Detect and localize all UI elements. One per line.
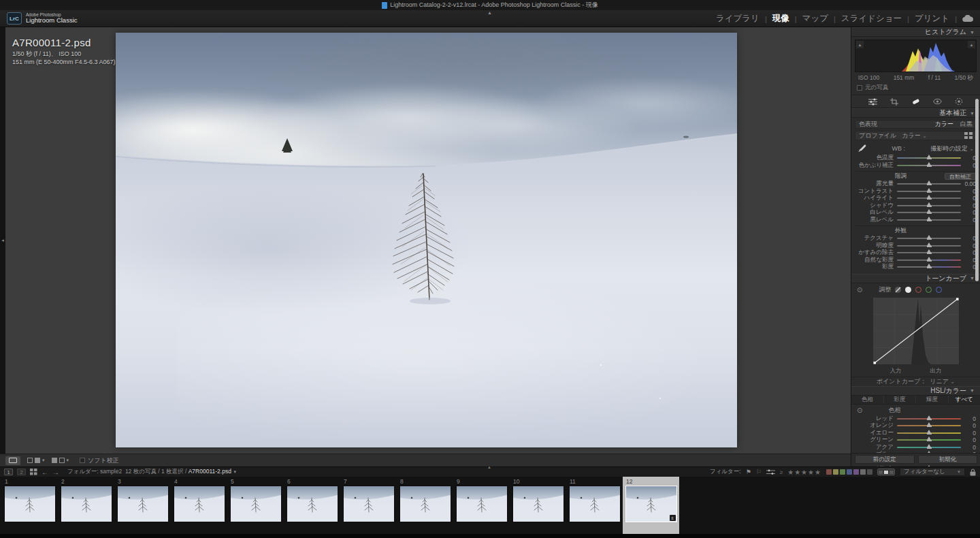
slider-track[interactable] [897,205,961,206]
hsl-tab-すべて[interactable]: すべて [949,396,980,404]
slider-track[interactable] [897,245,961,247]
color-label-chip[interactable] [826,469,832,475]
filmstrip-thumbnail-1[interactable]: 1 [1,477,58,534]
slider-track[interactable] [897,183,961,185]
filmstrip-thumbnail-3[interactable]: 3 [114,477,171,534]
edit-sliders-icon[interactable] [868,98,877,106]
color-label-chip[interactable] [860,469,866,475]
previous-settings-button[interactable]: 前の設定 [855,455,915,464]
slider-thumb[interactable] [927,209,931,212]
left-panel-collapsed[interactable]: ◂ [0,27,5,454]
thumbnail-image[interactable] [231,486,281,522]
collapse-left-panel-icon[interactable]: ◂ [1,238,4,243]
shadow-clipping-icon[interactable]: ▲ [856,41,864,48]
filter-preset-dropdown[interactable]: フィルターなし▼ [900,468,965,476]
target-adjustment-icon[interactable]: ⊙ [857,286,862,294]
thumbnail-image[interactable] [513,486,564,522]
wb-eyedropper-icon[interactable] [858,144,866,153]
treatment-color-button[interactable]: カラー [935,120,953,129]
go-forward-icon[interactable]: → [52,469,59,476]
thumbnail-image[interactable] [570,486,620,522]
slider-track[interactable] [897,266,961,268]
red-channel-icon[interactable] [915,287,921,293]
slider-thumb[interactable] [927,242,931,246]
filmstrip-filter-toggle[interactable] [877,469,895,475]
photo-viewer[interactable] [116,33,737,447]
original-photo-checkbox[interactable] [857,85,862,91]
wb-preset-select[interactable]: 撮影時の設定 ⌄ [931,144,974,153]
soft-proofing-checkbox[interactable] [80,458,85,463]
profile-value[interactable]: カラー ⌄ [902,131,927,140]
slider-track[interactable] [897,212,961,213]
color-label-chip[interactable] [853,469,859,475]
slider-thumb[interactable] [927,162,931,165]
slider-track[interactable] [897,425,961,426]
color-label-chip[interactable] [840,469,845,475]
adjustment-badge-icon[interactable]: ± [670,515,676,521]
profile-browser-icon[interactable] [964,132,973,139]
hsl-target-adjustment-icon[interactable]: ⊙ [857,407,862,414]
compare-switch-icon[interactable] [766,469,775,475]
filmstrip-thumbnail-4[interactable]: 4 [171,477,227,534]
module-現像[interactable]: 現像 [772,13,789,25]
panel-scrollbar[interactable] [975,99,979,281]
thumbnail-image[interactable] [344,486,394,522]
slider-track[interactable] [897,259,961,261]
filmstrip-thumbnail-5[interactable]: 5 [227,477,284,534]
filmstrip-thumbnail-2[interactable]: 2 [58,477,114,534]
go-back-icon[interactable]: ← [42,469,48,476]
masking-icon[interactable] [955,97,963,106]
slider-track[interactable] [897,447,961,448]
filmstrip-thumbnail-11[interactable]: 11 [566,477,623,534]
highlight-clipping-icon[interactable]: ▲ [968,41,975,48]
slider-thumb[interactable] [927,188,931,191]
grid-view-icon[interactable] [30,469,37,475]
slider-thumb[interactable] [927,264,931,267]
slider-thumb[interactable] [927,415,931,419]
module-プリント[interactable]: プリント [915,13,949,25]
thumbnail-image[interactable] [457,486,507,522]
green-channel-icon[interactable] [926,287,932,293]
color-label-chip[interactable] [833,469,838,475]
histogram[interactable]: ▲ ▲ [855,39,977,72]
red-eye-icon[interactable] [933,98,942,105]
filmstrip-thumbnail-7[interactable]: 7 [340,477,397,534]
slider-track[interactable] [897,238,961,239]
collapse-filmstrip-icon[interactable]: ▲ [487,465,491,469]
treatment-bw-button[interactable]: 白黒 [960,120,973,129]
thumbnail-image[interactable]: ± [626,486,676,522]
slider-thumb[interactable] [927,430,931,433]
slider-thumb[interactable] [927,249,931,253]
filmstrip-thumbnail-12[interactable]: 12± [623,477,679,534]
slider-thumb[interactable] [927,444,931,447]
before-after-leftright-button[interactable]: ▾ [27,458,45,463]
basic-panel-header[interactable]: 基本補正 ▼ [851,108,980,118]
filmstrip-thumbnail-6[interactable]: 6 [284,477,340,534]
hsl-tab-輝度[interactable]: 輝度 [916,396,949,404]
thumbnail-image[interactable] [174,486,225,522]
thumbnail-image[interactable] [118,486,168,522]
crop-icon[interactable] [890,98,898,106]
color-label-chip[interactable] [867,469,872,475]
thumbnail-image[interactable] [287,486,338,522]
slider-thumb[interactable] [927,195,931,198]
slider-track[interactable] [897,165,961,166]
main-window-button[interactable]: 1 [4,469,13,475]
lock-icon[interactable] [970,469,976,476]
module-スライドショー[interactable]: スライドショー [841,13,902,25]
thumbnail-image[interactable] [400,486,451,522]
auto-tone-button[interactable]: 自動補正 [945,173,976,180]
filmstrip-thumbnail-9[interactable]: 9 [453,477,510,534]
tone-curve-editor[interactable] [872,297,960,365]
thumbnail-image[interactable] [61,486,112,522]
slider-track[interactable] [897,252,961,253]
slider-thumb[interactable] [927,235,931,238]
slider-thumb[interactable] [927,180,931,184]
thumbnail-image[interactable] [5,486,55,522]
blue-channel-icon[interactable] [936,287,942,293]
slider-track[interactable] [897,191,961,192]
slider-thumb[interactable] [927,217,931,220]
tone-curve-panel-header[interactable]: トーンカーブ ▼ [851,274,980,283]
second-window-button[interactable]: 2 [17,469,26,475]
slider-thumb[interactable] [927,202,931,206]
